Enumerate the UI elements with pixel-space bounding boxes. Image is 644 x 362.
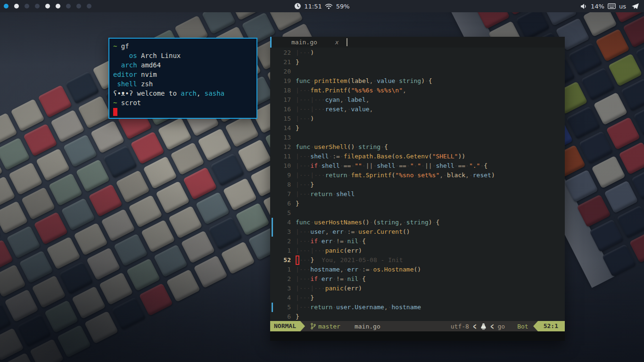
sign-column: [270, 265, 274, 274]
terminal-window[interactable]: ~ gf os Arch Linux arch amd64editor nvim…: [108, 38, 257, 119]
syntax-token: string: [358, 143, 380, 150]
sign-column: [270, 180, 274, 189]
sign-column: [270, 161, 274, 171]
line-number: 6: [274, 312, 291, 321]
syntax-token: :=: [347, 228, 355, 235]
line-number: 14: [274, 123, 291, 133]
syntax-token: ·: [344, 275, 347, 282]
syntax-token: ·: [358, 275, 362, 282]
workspace-dot-empty[interactable]: [66, 4, 71, 8]
syntax-token: ·: [443, 172, 447, 179]
tab-close-icon[interactable]: x: [335, 39, 339, 46]
code-line[interactable]: 11|···shell·:=·filepath.Base(os.Getenv("…: [270, 152, 565, 161]
syntax-token: ): [358, 247, 362, 254]
code-line[interactable]: 12func·userShell()·string·{: [270, 142, 565, 152]
workspace-dot-empty[interactable]: [76, 4, 81, 8]
sign-column: [270, 114, 274, 123]
code-line[interactable]: 21}: [270, 58, 565, 67]
code-line[interactable]: 52|···}You, 2021-05-08 - Init: [270, 255, 565, 265]
sign-column: [270, 284, 274, 293]
code-line[interactable]: 8|···}: [270, 180, 565, 189]
workspace-dot-occupied[interactable]: [56, 4, 60, 8]
line-number: 22: [274, 48, 291, 58]
syntax-token: (): [413, 266, 421, 273]
git-change-sign: [270, 303, 274, 312]
terminal-text: scrot: [117, 99, 141, 107]
line-number: 52: [274, 255, 291, 265]
syntax-token: fmt.Printf: [310, 87, 347, 94]
code-line[interactable]: 19func·printItem(label,·value·string)·{: [270, 76, 565, 86]
powerline-arrow-left: [533, 321, 538, 331]
code-line[interactable]: 2|···if·err·!=·nil·{: [270, 237, 565, 246]
volume-icon[interactable]: [580, 3, 587, 9]
code-line[interactable]: 5|···return·user.Username,·hostname: [270, 303, 565, 312]
workspace-dot-occupied[interactable]: [14, 4, 19, 8]
syntax-token: |···: [310, 96, 325, 103]
code-text: func·userHostNames()·(string,·string)·{: [296, 218, 439, 227]
git-branch-area: master: [311, 323, 340, 330]
terminal-line: editor nvim: [113, 70, 253, 79]
code-text: |···if·err·!=·nil·{: [296, 237, 366, 246]
code-line[interactable]: 6}: [270, 199, 565, 208]
code-text: |···): [296, 48, 314, 58]
workspace-dot-empty[interactable]: [35, 4, 40, 8]
git-change-sign: [270, 227, 274, 237]
syntax-token: ·: [465, 162, 469, 169]
git-branch-name[interactable]: master: [318, 323, 340, 330]
keyboard-layout-icon[interactable]: [608, 3, 616, 9]
keyboard-layout-label[interactable]: us: [619, 3, 626, 10]
code-line[interactable]: 18|···fmt.Printf("%s%6s·%s%s\n",: [270, 86, 565, 95]
code-line[interactable]: 17|···|···cyan,·label,: [270, 95, 565, 105]
syntax-token: |···: [296, 228, 310, 235]
code-line[interactable]: 9|···|···return·fmt.Sprintf("%sno·set%s"…: [270, 171, 565, 180]
statusline-filename: main.go: [355, 323, 380, 330]
code-line[interactable]: 20: [270, 67, 565, 76]
code-line[interactable]: 4|···}: [270, 293, 565, 303]
syntax-token: (: [429, 153, 432, 160]
code-line[interactable]: 2|···if·err·!=·nil·{: [270, 274, 565, 284]
sign-column: [270, 142, 274, 152]
syntax-token: ·: [395, 162, 399, 169]
workspace-dot-empty[interactable]: [25, 4, 29, 8]
sign-column: [270, 86, 274, 95]
code-buffer[interactable]: 22|···)21}2019func·printItem(label,·valu…: [270, 48, 565, 321]
syntax-token: ): [421, 77, 425, 84]
code-line[interactable]: 15|···): [270, 114, 565, 123]
syntax-token: ·: [403, 219, 406, 226]
code-line[interactable]: 10|···if·shell·==·""·||·shell·==·"·"·||·…: [270, 161, 565, 171]
code-line[interactable]: 5: [270, 208, 565, 218]
code-line[interactable]: 6}: [270, 312, 565, 321]
syntax-token: |···: [310, 285, 325, 292]
code-line[interactable]: 16|···|···reset,·value,: [270, 105, 565, 114]
line-number: 2: [274, 274, 291, 284]
syntax-token: ·: [355, 228, 358, 235]
code-line[interactable]: 1|···|···panic(err): [270, 246, 565, 255]
workspace-dot-active[interactable]: [4, 4, 8, 8]
status-bar: 11:51 59% 14% us: [0, 0, 644, 12]
workspace-dot-occupied[interactable]: [45, 4, 50, 8]
terminal-text: amd64: [137, 61, 161, 69]
syntax-token: user.Username: [336, 304, 384, 311]
code-line[interactable]: 13: [270, 133, 565, 142]
command-line[interactable]: [270, 331, 565, 341]
syntax-token: if: [310, 162, 318, 169]
code-line[interactable]: 14}: [270, 123, 565, 133]
tab-main-go[interactable]: main.go: [291, 39, 317, 46]
neovim-window[interactable]: main.go x 22|···)21}2019func·printItem(l…: [270, 37, 565, 341]
wifi-icon[interactable]: [325, 3, 333, 9]
code-line[interactable]: 4func·userHostNames()·(string,·string)·{: [270, 218, 565, 227]
line-number: 4: [274, 218, 291, 227]
code-line[interactable]: 3|···user,·err·:=·user.Current(): [270, 227, 565, 237]
telegram-tray-icon[interactable]: [631, 3, 639, 10]
syntax-token: ·: [318, 275, 322, 282]
syntax-token: filepath.Base: [344, 153, 392, 160]
syntax-token: ·: [406, 162, 410, 169]
syntax-token: ,: [344, 106, 347, 113]
code-line[interactable]: 1|···hostname,·err·:=·os.Hostname(): [270, 265, 565, 274]
sign-column: [270, 95, 274, 105]
syntax-token: |···: [296, 106, 310, 113]
workspace-dot-empty[interactable]: [87, 4, 91, 8]
code-line[interactable]: 3|···|···panic(err): [270, 284, 565, 293]
code-line[interactable]: 22|···): [270, 48, 565, 58]
code-line[interactable]: 7|···return·shell: [270, 189, 565, 199]
